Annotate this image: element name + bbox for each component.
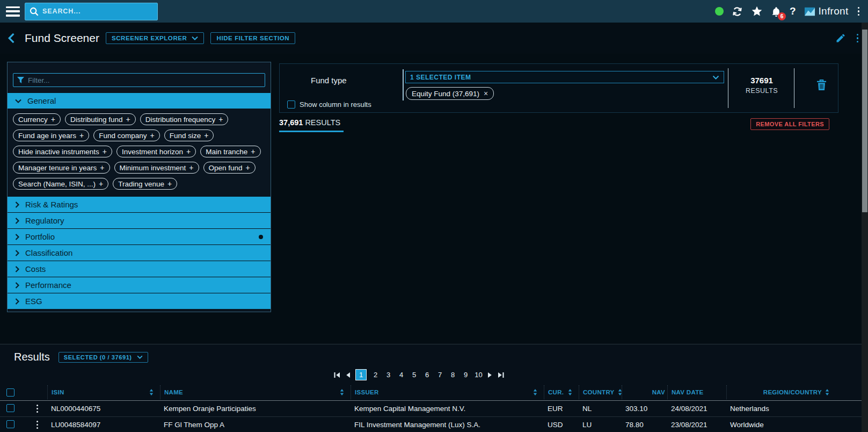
help-icon[interactable]: ? — [790, 5, 796, 17]
filter-chip-currency[interactable]: Currency+ — [13, 113, 61, 125]
column-header-cur[interactable]: CUR. — [544, 385, 579, 399]
fund-type-select[interactable]: 1 SELECTED ITEM — [405, 71, 724, 83]
add-icon: + — [103, 147, 107, 156]
page-7[interactable]: 7 — [436, 371, 444, 379]
filter-chip-hide-inactive[interactable]: Hide inactive instruments+ — [13, 146, 112, 157]
column-header-region-country[interactable]: REGION/COUNTRY — [726, 385, 829, 399]
filter-chip-minimum-investment[interactable]: Minimum investment+ — [114, 162, 199, 174]
filter-chip-fund-company[interactable]: Fund company+ — [93, 129, 160, 141]
screener-overflow-menu-icon[interactable] — [856, 33, 860, 44]
fund-type-filter-card: Fund type 1 SELECTED ITEM Equity Fund (3… — [279, 63, 838, 113]
filter-chip-investment-horizon[interactable]: Investment horizon+ — [116, 146, 196, 157]
row-menu-icon[interactable] — [35, 420, 47, 430]
add-icon: + — [186, 147, 191, 156]
global-search[interactable] — [25, 3, 158, 20]
scrollbar-thumb[interactable] — [862, 30, 867, 212]
filter-chip-open-fund[interactable]: Open fund+ — [203, 162, 256, 174]
previous-page-icon[interactable] — [345, 372, 351, 378]
delete-filter-trash-icon[interactable] — [816, 79, 827, 91]
section-performance[interactable]: Performance — [8, 277, 271, 293]
show-column-checkbox[interactable] — [287, 100, 295, 109]
selected-fund-type-chip[interactable]: Equity Fund (37,691) × — [406, 87, 494, 100]
column-header-name[interactable]: NAME — [160, 385, 351, 399]
section-esg[interactable]: ESG — [8, 293, 271, 309]
filter-chip-search-name-isin[interactable]: Search (Name, ISIN, ...)+ — [13, 178, 108, 190]
last-page-icon[interactable] — [498, 372, 504, 378]
overflow-menu-icon[interactable] — [857, 6, 861, 17]
page-6[interactable]: 6 — [423, 371, 431, 379]
table-row[interactable]: NL0000440675 Kempen Oranje Participaties… — [0, 401, 868, 417]
filter-input[interactable] — [28, 76, 261, 84]
sort-icon — [825, 389, 829, 395]
section-classification[interactable]: Classification — [8, 244, 271, 261]
section-risk-ratings[interactable]: Risk & Ratings — [8, 196, 271, 212]
results-count-value: 37691 — [730, 76, 794, 85]
connection-status-indicator — [715, 7, 724, 16]
column-label: COUNTRY — [583, 389, 615, 395]
section-regulatory[interactable]: Regulatory — [8, 212, 271, 228]
page-9[interactable]: 9 — [462, 371, 470, 379]
column-header-nav[interactable]: NAV — [622, 385, 667, 399]
table-row[interactable]: LU0048584097 FF Gl Them Opp A FIL Invest… — [0, 417, 868, 432]
favorites-star-icon[interactable] — [751, 5, 763, 17]
remove-chip-icon[interactable]: × — [484, 89, 488, 98]
edit-pencil-icon[interactable] — [835, 33, 846, 44]
active-filter-dot — [259, 235, 263, 239]
column-header-country[interactable]: COUNTRY — [579, 385, 622, 399]
row-checkbox[interactable] — [6, 404, 14, 412]
general-filter-chips: Currency+ Distributing fund+ Distributio… — [8, 109, 271, 196]
page-8[interactable]: 8 — [449, 371, 457, 379]
selected-rows-dropdown[interactable]: SELECTED (0 / 37691) — [59, 352, 148, 363]
refresh-icon[interactable] — [732, 6, 743, 17]
page-1[interactable]: 1 — [355, 369, 367, 380]
section-general[interactable]: General — [8, 92, 271, 109]
row-checkbox[interactable] — [6, 420, 14, 428]
column-header-issuer[interactable]: ISSUER — [351, 385, 544, 399]
brand-name: Infront — [819, 5, 849, 17]
first-page-icon[interactable] — [334, 372, 340, 378]
top-app-bar: 6 ? Infront — [0, 0, 868, 23]
cell-country: LU — [579, 421, 622, 429]
filter-search-box[interactable] — [13, 73, 265, 87]
results-title: Results — [14, 351, 50, 363]
column-header-nav-date[interactable]: NAV DATE — [667, 385, 726, 399]
menu-icon[interactable] — [6, 6, 20, 17]
cell-nav-date: 24/08/2021 — [667, 405, 726, 413]
filter-chip-manager-tenure[interactable]: Manager tenure in years+ — [13, 162, 110, 174]
page-10[interactable]: 10 — [475, 371, 483, 379]
remove-all-filters-button[interactable]: REMOVE ALL FILTERS — [750, 118, 829, 130]
search-input[interactable] — [42, 8, 153, 15]
show-column-option[interactable]: Show column in results — [287, 100, 371, 109]
infront-logo: Infront — [804, 5, 849, 17]
fund-type-label: Fund type — [311, 76, 347, 85]
filter-sidebar: General Currency+ Distributing fund+ Dis… — [7, 62, 271, 312]
filter-chip-main-tranche[interactable]: Main tranche+ — [200, 146, 260, 157]
vertical-scrollbar[interactable] — [862, 23, 868, 432]
cell-nav: 78.80 — [622, 421, 667, 429]
chip-label: Investment horizon — [122, 148, 183, 156]
cell-isin: NL0000440675 — [47, 405, 160, 413]
filter-chip-distributing-fund[interactable]: Distributing fund+ — [65, 113, 136, 125]
infront-logo-icon — [804, 6, 815, 17]
filter-chip-fund-age[interactable]: Fund age in years+ — [13, 129, 89, 141]
filter-chip-trading-venue[interactable]: Trading venue+ — [113, 178, 177, 190]
chip-label: Fund age in years — [18, 132, 76, 140]
chip-label: Currency — [18, 116, 48, 124]
back-icon[interactable] — [8, 33, 15, 44]
notifications-bell-icon[interactable]: 6 — [771, 6, 782, 17]
section-portfolio[interactable]: Portfolio — [8, 228, 271, 244]
column-header-isin[interactable]: ISIN — [47, 385, 160, 399]
screener-explorer-dropdown[interactable]: SCREENER EXPLORER — [106, 32, 205, 44]
page-4[interactable]: 4 — [397, 371, 405, 379]
section-costs[interactable]: Costs — [8, 261, 271, 277]
page-5[interactable]: 5 — [410, 371, 418, 379]
page-2[interactable]: 2 — [371, 371, 380, 379]
cell-region: Netherlands — [726, 405, 829, 413]
select-all-checkbox[interactable] — [6, 388, 14, 397]
hide-filter-section-button[interactable]: HIDE FILTER SECTION — [210, 32, 295, 44]
filter-chip-fund-size[interactable]: Fund size+ — [164, 129, 214, 141]
page-3[interactable]: 3 — [384, 371, 392, 379]
filter-chip-distribution-frequency[interactable]: Distribution frequency+ — [140, 113, 229, 125]
row-menu-icon[interactable] — [35, 404, 47, 414]
next-page-icon[interactable] — [487, 372, 493, 378]
